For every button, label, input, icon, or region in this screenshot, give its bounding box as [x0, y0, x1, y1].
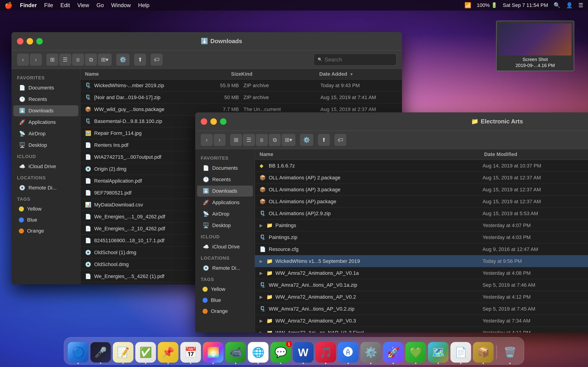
sidebar-item-icloud-drive[interactable]: ☁️ iCloud Drive: [13, 161, 78, 172]
table-row[interactable]: 🗜️ WickedWhims-...mber 2019.zip 55.9 MB …: [80, 80, 402, 92]
table-row[interactable]: 🗜️ WW_Amra72_Ani...tions_AP_V0.1a.zip Se…: [255, 279, 588, 291]
table-row[interactable]: 🗜️ WW_Amra72_Ani...tions_AP_V0.2.zip Sep…: [255, 303, 588, 315]
menu-finder[interactable]: Finder: [20, 2, 37, 8]
icon-view-ea[interactable]: ⊞: [230, 134, 242, 146]
dock-icon-stickies[interactable]: 📌: [158, 342, 179, 363]
list-view-button[interactable]: ☰: [59, 54, 71, 66]
view-options-ea[interactable]: ⊞▾: [282, 134, 295, 146]
sidebar-item-remote[interactable]: 💿 Remote Di...: [13, 182, 78, 193]
share-button-ea[interactable]: ⬆: [318, 134, 330, 146]
dock-icon-system-preferences[interactable]: ⚙️: [360, 342, 381, 363]
dock-icon-photos[interactable]: 🌅: [203, 342, 224, 363]
ea-sidebar-airdrop[interactable]: 📡 AirDrop: [197, 209, 253, 219]
dock-icon-notes[interactable]: 📝: [113, 342, 133, 363]
col-date-label[interactable]: Date Added ▼: [319, 71, 397, 77]
search-bar[interactable]: 🔍: [314, 54, 397, 66]
ea-sidebar-documents[interactable]: 📄 Documents: [197, 163, 253, 174]
dock-icon-textedit[interactable]: 📄: [450, 342, 471, 363]
table-row[interactable]: 📦 OLL Animations (AP).package Aug 15, 20…: [255, 196, 588, 208]
sidebar-item-applications[interactable]: 🚀 Applications: [13, 117, 78, 128]
ea-sidebar-remote[interactable]: 💿 Remote Di...: [197, 263, 253, 274]
sidebar-item-recents[interactable]: 🕐 Recents: [13, 94, 78, 105]
dock-icon-word[interactable]: W: [293, 342, 313, 363]
folder-arrow[interactable]: ▶: [259, 330, 263, 333]
list-view-ea[interactable]: ☰: [243, 134, 255, 146]
dock-icon-launchpad[interactable]: 🚀: [383, 342, 404, 363]
folder-arrow[interactable]: ▶: [259, 271, 263, 276]
dock-icon-the-sims-4[interactable]: 💚: [405, 342, 426, 363]
dock-icon-app-store[interactable]: 🅐: [338, 342, 359, 363]
menu-window[interactable]: Window: [111, 2, 131, 8]
sidebar-item-airdrop[interactable]: 📡 AirDrop: [13, 128, 78, 139]
sidebar-item-downloads[interactable]: ⬇️ Downloads: [13, 105, 78, 116]
sidebar-item-documents[interactable]: 📄 Documents: [13, 82, 78, 93]
table-row[interactable]: 🗜️ [Noir and Dar...019-04-17].zip 50 MB …: [80, 92, 402, 103]
menu-view[interactable]: View: [77, 2, 89, 8]
menu-file[interactable]: File: [44, 2, 53, 8]
ea-col-date-label[interactable]: Date Modified: [484, 151, 588, 157]
ea-sidebar-tag-blue[interactable]: Blue: [197, 295, 253, 306]
user-icon[interactable]: 👤: [566, 2, 573, 8]
table-row[interactable]: 📦 OLL Animations (AP) 2.package Aug 15, …: [255, 172, 588, 184]
menu-edit[interactable]: Edit: [61, 2, 70, 8]
dock-icon-finder[interactable]: 🔵: [68, 342, 88, 363]
folder-arrow[interactable]: ▶: [259, 318, 263, 323]
table-row[interactable]: 🗜️ Paintings.zip Yesterday at 4:03 PM 3.…: [255, 232, 588, 243]
ea-sidebar-desktop[interactable]: 🖥️ Desktop: [197, 220, 253, 231]
table-row[interactable]: 🗜️ OLL Animations (AP)2.9.zip Aug 15, 20…: [255, 208, 588, 219]
maximize-button[interactable]: [36, 38, 43, 44]
minimize-button[interactable]: [27, 38, 33, 44]
sidebar-item-tag-blue[interactable]: Blue: [13, 215, 78, 225]
back-button-ea[interactable]: ‹: [201, 134, 213, 146]
col-kind-label[interactable]: Kind: [241, 71, 319, 77]
action-button[interactable]: ⚙️: [116, 54, 130, 66]
table-row[interactable]: ▶📁 Paintings Yesterday at 4:07 PM -- Fol…: [255, 219, 588, 232]
apple-menu[interactable]: 🍎: [5, 2, 13, 9]
gallery-view-ea[interactable]: ⧉: [269, 134, 281, 146]
dock-icon-chrome[interactable]: 🌐: [248, 342, 268, 363]
icon-view-button[interactable]: ⊞: [46, 54, 58, 66]
ea-sidebar-tag-yellow[interactable]: Yellow: [197, 284, 253, 294]
back-button[interactable]: ‹: [17, 54, 29, 66]
share-button[interactable]: ⬆: [134, 54, 146, 66]
table-row[interactable]: 📦 OLL Animations (AP) 3.package Aug 15, …: [255, 184, 588, 196]
column-view-ea[interactable]: ⫼: [256, 134, 268, 146]
control-center-icon[interactable]: ☰: [578, 2, 583, 8]
action-button-ea[interactable]: ⚙️: [300, 134, 313, 146]
folder-arrow[interactable]: ▶: [259, 294, 263, 300]
dock-icon-messages[interactable]: 💬1: [270, 342, 291, 363]
dock-icon-facetime[interactable]: 📹: [225, 342, 246, 363]
table-row[interactable]: ▶📁 WW_Amra72_Animations_AP_V0.3 Yesterda…: [255, 315, 588, 327]
ea-sidebar-downloads[interactable]: ⬇️ Downloads: [197, 186, 253, 197]
sidebar-item-desktop[interactable]: 🖥️ Desktop: [13, 140, 78, 151]
dock-icon-reminders[interactable]: ✅: [135, 342, 156, 363]
dock-icon-maps[interactable]: 🗺️: [428, 342, 449, 363]
table-row[interactable]: ▶📁 WickedWhims v1...5 September 2019 Tod…: [255, 255, 588, 267]
col-size-label[interactable]: Size: [202, 71, 241, 77]
view-options-button[interactable]: ⊞▾: [98, 54, 112, 66]
menu-help[interactable]: Help: [138, 2, 149, 8]
dock-icon-trash[interactable]: 🗑️: [500, 342, 520, 363]
col-name-label[interactable]: Name: [85, 71, 202, 77]
sidebar-item-tag-orange[interactable]: Orange: [13, 226, 78, 236]
dock-icon-music[interactable]: 🎵: [315, 342, 336, 363]
table-row[interactable]: ▶📁 WW_Amra72_Animations_AP_V0.2 Yesterda…: [255, 291, 588, 303]
minimize-button-ea[interactable]: [210, 118, 217, 125]
maximize-button-ea[interactable]: [220, 118, 226, 125]
table-row[interactable]: ◆ BB 1.6.6.7z Aug 14, 2019 at 10:37 PM 1…: [255, 160, 588, 172]
ea-sidebar-applications[interactable]: 🚀 Applications: [197, 197, 253, 208]
search-input[interactable]: [325, 56, 393, 63]
tag-button[interactable]: 🏷: [151, 54, 163, 66]
table-row[interactable]: 📄 Resource.cfg Aug 9, 2016 at 12:47 AM 1…: [255, 243, 588, 255]
forward-button[interactable]: ›: [30, 54, 42, 66]
ea-col-name-label[interactable]: Name: [259, 151, 484, 157]
close-button-ea[interactable]: [201, 118, 207, 125]
sidebar-item-tag-yellow[interactable]: Yellow: [13, 204, 78, 214]
dock-icon-archive-utility[interactable]: 📦: [473, 342, 493, 363]
ea-sidebar-icloud-drive[interactable]: ☁️ iCloud Drive: [197, 241, 253, 252]
table-row[interactable]: ▶📁 WW_Amra72_Ani...ns_NAP_V1.3 Final Yes…: [255, 327, 588, 333]
ea-sidebar-recents[interactable]: 🕐 Recents: [197, 174, 253, 185]
dock-icon-siri[interactable]: 🎤: [90, 342, 111, 363]
menu-go[interactable]: Go: [96, 2, 104, 8]
table-row[interactable]: ▶📁 WW_Amra72_Animations_AP_V0.1a Yesterd…: [255, 267, 588, 279]
